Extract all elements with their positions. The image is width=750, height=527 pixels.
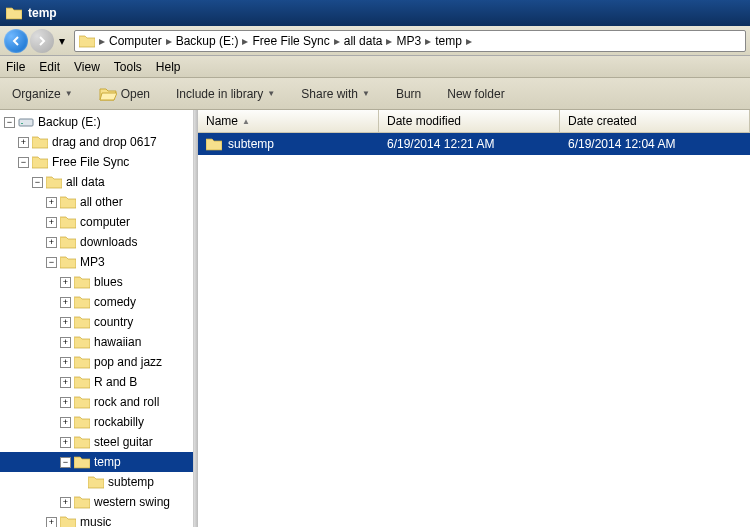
collapse-icon[interactable]: − <box>18 157 29 168</box>
back-button[interactable] <box>4 29 28 53</box>
filename: subtemp <box>228 137 274 151</box>
expand-icon[interactable]: + <box>60 497 71 508</box>
tree-label: steel guitar <box>94 435 153 449</box>
folder-icon <box>60 515 76 527</box>
expand-icon[interactable]: + <box>60 337 71 348</box>
tree-node[interactable]: +rock and roll <box>0 392 193 412</box>
command-bar: Organize▼ Open Include in library▼ Share… <box>0 78 750 110</box>
tree-node[interactable]: +music <box>0 512 193 527</box>
navigation-bar: ▾ ▸ Computer ▸ Backup (E:) ▸ Free File S… <box>0 26 750 56</box>
tree-node-selected[interactable]: −temp <box>0 452 193 472</box>
chevron-down-icon: ▼ <box>362 89 370 98</box>
tree-label: rockabilly <box>94 415 144 429</box>
tree-node[interactable]: +hawaiian <box>0 332 193 352</box>
tree-label: computer <box>80 215 130 229</box>
tree-node[interactable]: +pop and jazz <box>0 352 193 372</box>
address-bar[interactable]: ▸ Computer ▸ Backup (E:) ▸ Free File Syn… <box>74 30 746 52</box>
window-titlebar: temp <box>0 0 750 26</box>
column-header-created[interactable]: Date created <box>560 110 750 132</box>
tree-label: all other <box>80 195 123 209</box>
folder-tree[interactable]: −Backup (E:) +drag and drop 0617 −Free F… <box>0 110 194 527</box>
folder-icon <box>88 475 104 489</box>
chevron-right-icon[interactable]: ▸ <box>423 34 433 48</box>
tree-node-drive[interactable]: −Backup (E:) <box>0 112 193 132</box>
file-list[interactable]: subtemp 6/19/2014 12:21 AM 6/19/2014 12:… <box>198 133 750 527</box>
breadcrumb-segment[interactable]: MP3 <box>394 34 423 48</box>
tree-label: all data <box>66 175 105 189</box>
expand-icon[interactable]: + <box>46 197 57 208</box>
expand-icon[interactable]: + <box>46 237 57 248</box>
tree-node[interactable]: −MP3 <box>0 252 193 272</box>
expand-icon[interactable]: + <box>60 357 71 368</box>
breadcrumb-segment[interactable]: Free File Sync <box>250 34 331 48</box>
expand-icon[interactable]: + <box>60 317 71 328</box>
expand-icon[interactable]: + <box>60 277 71 288</box>
breadcrumb-label: temp <box>435 34 462 48</box>
chevron-right-icon[interactable]: ▸ <box>164 34 174 48</box>
menu-view[interactable]: View <box>74 60 100 74</box>
menu-edit[interactable]: Edit <box>39 60 60 74</box>
expand-icon[interactable]: + <box>60 437 71 448</box>
breadcrumb-label: Free File Sync <box>252 34 329 48</box>
menu-file[interactable]: File <box>6 60 25 74</box>
collapse-icon[interactable]: − <box>60 457 71 468</box>
breadcrumb-segment[interactable]: Computer <box>107 34 164 48</box>
expand-icon[interactable]: + <box>46 217 57 228</box>
collapse-icon[interactable]: − <box>46 257 57 268</box>
tree-label: temp <box>94 455 121 469</box>
expand-icon[interactable]: + <box>60 297 71 308</box>
tree-label: R and B <box>94 375 137 389</box>
expand-icon[interactable]: + <box>46 517 57 528</box>
chevron-right-icon[interactable]: ▸ <box>384 34 394 48</box>
include-library-menu[interactable]: Include in library▼ <box>172 85 279 103</box>
list-item[interactable]: subtemp 6/19/2014 12:21 AM 6/19/2014 12:… <box>198 133 750 155</box>
expand-icon[interactable]: + <box>60 377 71 388</box>
tree-label: blues <box>94 275 123 289</box>
tree-node[interactable]: +rockabilly <box>0 412 193 432</box>
folder-icon <box>74 355 90 369</box>
tree-node[interactable]: +comedy <box>0 292 193 312</box>
tree-node[interactable]: −Free File Sync <box>0 152 193 172</box>
column-header-name[interactable]: Name▲ <box>198 110 379 132</box>
share-with-menu[interactable]: Share with▼ <box>297 85 374 103</box>
column-header-modified[interactable]: Date modified <box>379 110 560 132</box>
collapse-icon[interactable]: − <box>32 177 43 188</box>
chevron-right-icon[interactable]: ▸ <box>464 34 474 48</box>
breadcrumb-label: MP3 <box>396 34 421 48</box>
tree-node[interactable]: subtemp <box>0 472 193 492</box>
tree-node[interactable]: +country <box>0 312 193 332</box>
tree-node[interactable]: +western swing <box>0 492 193 512</box>
chevron-right-icon[interactable]: ▸ <box>97 34 107 48</box>
forward-button[interactable] <box>30 29 54 53</box>
breadcrumb-segment[interactable]: temp <box>433 34 464 48</box>
tree-node[interactable]: −all data <box>0 172 193 192</box>
tree-node[interactable]: +drag and drop 0617 <box>0 132 193 152</box>
chevron-right-icon[interactable]: ▸ <box>332 34 342 48</box>
folder-icon <box>60 195 76 209</box>
history-dropdown[interactable]: ▾ <box>56 31 68 51</box>
new-folder-button[interactable]: New folder <box>443 85 508 103</box>
menu-tools[interactable]: Tools <box>114 60 142 74</box>
breadcrumb-segment[interactable]: all data <box>342 34 385 48</box>
collapse-icon[interactable]: − <box>4 117 15 128</box>
folder-icon <box>74 295 90 309</box>
burn-button[interactable]: Burn <box>392 85 425 103</box>
expand-icon[interactable]: + <box>60 417 71 428</box>
label: Share with <box>301 87 358 101</box>
open-button[interactable]: Open <box>95 84 154 104</box>
tree-label: drag and drop 0617 <box>52 135 157 149</box>
tree-node[interactable]: +steel guitar <box>0 432 193 452</box>
expand-icon[interactable]: + <box>18 137 29 148</box>
expand-icon[interactable]: + <box>60 397 71 408</box>
tree-node[interactable]: +computer <box>0 212 193 232</box>
chevron-down-icon: ▼ <box>267 89 275 98</box>
tree-node[interactable]: +all other <box>0 192 193 212</box>
tree-node[interactable]: +blues <box>0 272 193 292</box>
tree-node[interactable]: +R and B <box>0 372 193 392</box>
tree-node[interactable]: +downloads <box>0 232 193 252</box>
breadcrumb-segment[interactable]: Backup (E:) <box>174 34 241 48</box>
chevron-right-icon[interactable]: ▸ <box>240 34 250 48</box>
folder-icon <box>74 495 90 509</box>
organize-menu[interactable]: Organize▼ <box>8 85 77 103</box>
menu-help[interactable]: Help <box>156 60 181 74</box>
